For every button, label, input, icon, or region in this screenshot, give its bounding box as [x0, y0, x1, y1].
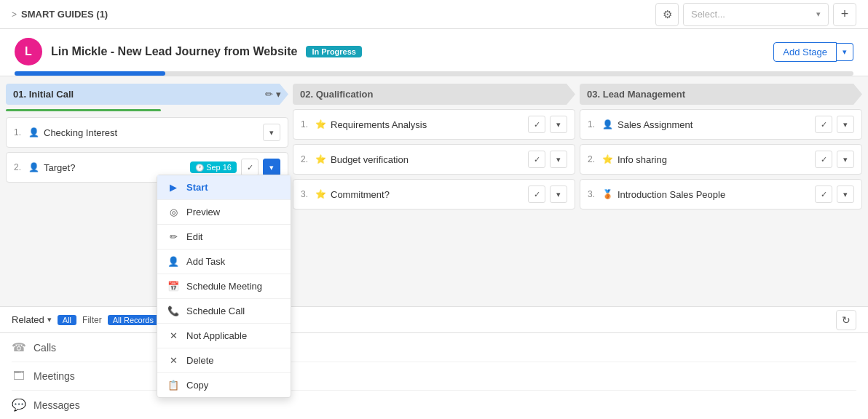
stage-header-qualification: 02. Qualification [293, 84, 575, 105]
stage-header-lead-management: 03. Lead Management [580, 84, 862, 105]
lm-check-2[interactable]: ✓ [815, 151, 832, 168]
related-label: Related [12, 314, 44, 325]
not-applicable-icon: ✕ [167, 330, 179, 341]
activity-dropdown-btn-2[interactable]: ▾ [263, 159, 280, 176]
qual-name-2: Budget verification [331, 154, 524, 165]
qual-check-1[interactable]: ✓ [528, 116, 545, 133]
messages-section[interactable]: 💬 Messages [12, 391, 856, 419]
dropdown-item-schedule-call[interactable]: 📞 Schedule Call [157, 299, 291, 324]
header-top: L Lin Mickle - New Lead Journey from Web… [15, 38, 853, 65]
user-icon-1: 👤 [28, 127, 39, 137]
dropdown-item-delete[interactable]: ✕ Delete [157, 348, 291, 373]
lm-activity-3[interactable]: 3. 🥉 Introduction Sales People ✓ ▾ [580, 179, 862, 210]
dropdown-item-start[interactable]: ▶ Start [157, 175, 291, 200]
edit-label: Edit [186, 231, 202, 242]
delete-label: Delete [186, 355, 214, 366]
lm-chevron-1[interactable]: ▾ [837, 116, 854, 133]
activity-dropdown-btn-1[interactable]: ▾ [263, 124, 280, 141]
stage-underline [6, 109, 161, 111]
lm-num-3: 3. [588, 189, 598, 199]
lm-activity-2[interactable]: 2. ⭐ Info sharing ✓ ▾ [580, 144, 862, 175]
select-placeholder: Select... [691, 9, 725, 20]
qual-activity-1[interactable]: 1. ⭐ Requirements Analysis ✓ ▾ [293, 109, 575, 140]
topbar: > SMART GUIDES (1) ⚙ Select... ▾ + [0, 0, 868, 29]
star-icon-3: ⭐ [315, 189, 326, 199]
lm-name-3: Introduction Sales People [618, 189, 810, 200]
context-dropdown: ▶ Start ◎ Preview ✏ Edit 👤 Add Task 📅 Sc… [157, 175, 291, 398]
calls-icon: ☎ [12, 340, 26, 354]
edit-icon: ✏ [167, 231, 179, 242]
lm-activity-1[interactable]: 1. 👤 Sales Assignment ✓ ▾ [580, 109, 862, 140]
qual-num-2: 2. [301, 154, 311, 164]
stage-chevron-icon[interactable]: ▾ [276, 89, 281, 100]
qual-check-3[interactable]: ✓ [528, 185, 545, 203]
lm-num-1: 1. [588, 119, 598, 129]
qual-activity-3[interactable]: 3. ⭐ Commitment? ✓ ▾ [293, 179, 575, 210]
all-badge: All [58, 315, 76, 325]
add-stage-button[interactable]: Add Stage [773, 42, 837, 62]
qual-activity-2[interactable]: 2. ⭐ Budget verification ✓ ▾ [293, 144, 575, 175]
lm-chevron-2[interactable]: ▾ [837, 151, 854, 168]
qual-check-2[interactable]: ✓ [528, 151, 545, 168]
add-task-icon: 👤 [167, 256, 179, 267]
dropdown-item-preview[interactable]: ◎ Preview [157, 200, 291, 225]
lm-chevron-3[interactable]: ▾ [837, 185, 854, 203]
select-dropdown[interactable]: Select... ▾ [683, 3, 829, 26]
stage-header-initial-call: 01. Initial Call ✏ ▾ [6, 84, 288, 105]
topbar-chevron: > [12, 9, 17, 20]
schedule-meeting-icon: 📅 [167, 281, 179, 292]
activity-name-1: Checking Interest [44, 127, 259, 138]
stage-edit-icon[interactable]: ✏ [265, 89, 273, 100]
qual-name-1: Requirements Analysis [331, 119, 524, 130]
qual-chevron-2[interactable]: ▾ [550, 151, 567, 168]
status-badge: In Progress [306, 46, 362, 57]
activity-check-btn-2[interactable]: ✓ [241, 159, 259, 176]
select-chevron-icon: ▾ [816, 9, 821, 19]
calls-section[interactable]: ☎ Calls [12, 333, 856, 362]
related-chevron-icon: ▾ [47, 315, 52, 324]
stage-actions: ✏ ▾ [265, 89, 281, 100]
refresh-button[interactable]: ↻ [836, 310, 856, 330]
qual-name-3: Commitment? [331, 189, 524, 200]
meetings-section[interactable]: 🗔 Meetings [12, 362, 856, 391]
topbar-title: SMART GUIDES (1) [21, 9, 655, 20]
messages-icon: 💬 [12, 398, 26, 412]
preview-label: Preview [186, 207, 220, 218]
dropdown-item-schedule-meeting[interactable]: 📅 Schedule Meeting [157, 274, 291, 299]
bottom-area: Related ▾ All Filter All Records ↻ ☎ Cal… [0, 306, 868, 419]
qual-chevron-3[interactable]: ▾ [550, 185, 567, 203]
dropdown-item-add-task[interactable]: 👤 Add Task [157, 250, 291, 274]
activity-num-1: 1. [14, 127, 24, 137]
lm-check-1[interactable]: ✓ [815, 116, 832, 133]
stage-title-initial-call: 01. Initial Call [13, 89, 74, 100]
gear-button[interactable]: ⚙ [655, 3, 679, 26]
delete-icon: ✕ [167, 355, 179, 366]
start-label: Start [186, 182, 208, 193]
stage-title-lead-management: 03. Lead Management [587, 89, 685, 100]
qual-chevron-1[interactable]: ▾ [550, 116, 567, 133]
add-stage-chevron-button[interactable]: ▾ [837, 43, 853, 61]
all-records-badge: All Records [108, 315, 159, 325]
progress-bar [15, 71, 853, 76]
star-icon-1: ⭐ [315, 119, 326, 129]
stage-title-qualification: 02. Qualification [300, 89, 373, 100]
lm-name-2: Info sharing [618, 154, 810, 165]
qual-num-3: 3. [301, 189, 311, 199]
lm-check-3[interactable]: ✓ [815, 185, 832, 203]
header-title: Lin Mickle - New Lead Journey from Websi… [51, 45, 297, 58]
not-applicable-label: Not Applicable [186, 330, 247, 341]
activity-item-1[interactable]: 1. 👤 Checking Interest ▾ [6, 117, 288, 148]
header-right: Add Stage ▾ [773, 42, 853, 62]
dropdown-item-edit[interactable]: ✏ Edit [157, 225, 291, 250]
date-value: Sep 16 [206, 163, 232, 172]
dropdown-item-copy[interactable]: 📋 Copy [157, 373, 291, 397]
user-icon-lm-1: 👤 [602, 119, 613, 129]
schedule-meeting-label: Schedule Meeting [186, 281, 262, 292]
related-tab[interactable]: Related ▾ [12, 314, 52, 325]
trophy-icon-lm-3: 🥉 [602, 189, 613, 199]
dropdown-item-not-applicable[interactable]: ✕ Not Applicable [157, 324, 291, 348]
add-button[interactable]: + [833, 3, 856, 26]
topbar-actions: ⚙ Select... ▾ + [655, 3, 856, 26]
schedule-call-label: Schedule Call [186, 306, 245, 316]
star-icon-2: ⭐ [315, 154, 326, 164]
